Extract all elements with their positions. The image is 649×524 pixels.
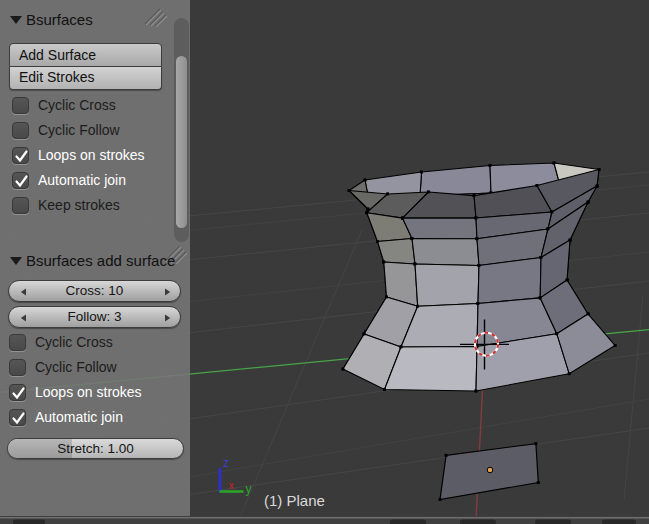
svg-text:z: z [223, 456, 229, 470]
svg-text:(1) Plane: (1) Plane [264, 492, 325, 509]
svg-text:x: x [229, 479, 235, 491]
svg-text:y: y [246, 482, 252, 496]
